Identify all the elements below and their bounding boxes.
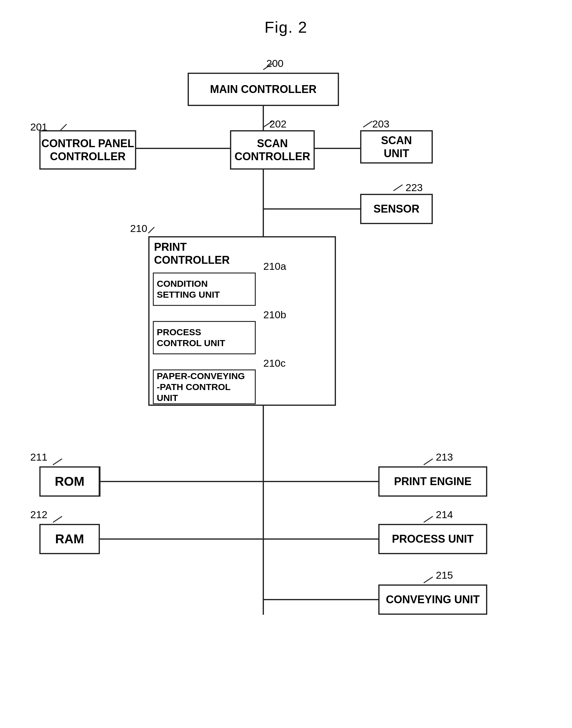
rom-box: ROM	[39, 466, 100, 497]
control-panel-controller-label: CONTROL PANELCONTROLLER	[42, 137, 134, 163]
ref-210b: 210b	[263, 309, 286, 321]
scan-unit-box: SCANUNIT	[360, 130, 433, 163]
ref-214: 214	[436, 509, 453, 521]
control-panel-controller-box: CONTROL PANELCONTROLLER	[39, 130, 136, 170]
sensor-box: SENSOR	[360, 194, 433, 224]
svg-line-49	[424, 459, 433, 465]
ref-212: 212	[30, 509, 48, 521]
scan-controller-box: SCANCONTROLLER	[230, 130, 315, 170]
ref-203: 203	[372, 118, 389, 130]
process-control-unit-label: PROCESSCONTROL UNIT	[157, 327, 225, 348]
svg-line-51	[424, 577, 433, 583]
ref-210c: 210c	[263, 357, 286, 369]
scan-controller-label: SCANCONTROLLER	[234, 137, 310, 163]
paper-conveying-unit-box: PAPER-CONVEYING-PATH CONTROL UNIT	[153, 370, 256, 404]
ref-215: 215	[436, 569, 453, 581]
ref-211: 211	[30, 451, 48, 463]
ref-213: 213	[436, 451, 453, 463]
svg-line-43	[148, 227, 154, 233]
process-control-unit-box: PROCESSCONTROL UNIT	[153, 321, 256, 354]
main-controller-box: MAIN CONTROLLER	[188, 73, 339, 106]
svg-line-39	[61, 124, 67, 130]
print-controller-title: PRINTCONTROLLER	[154, 241, 230, 266]
condition-setting-unit-label: CONDITIONSETTING UNIT	[157, 278, 220, 300]
paper-conveying-unit-label: PAPER-CONVEYING-PATH CONTROL UNIT	[157, 371, 252, 403]
scan-unit-label: SCANUNIT	[381, 134, 412, 160]
ref-210a: 210a	[263, 260, 286, 272]
ref-201: 201	[30, 121, 48, 133]
figure-title: Fig. 2	[265, 18, 307, 36]
ref-200: 200	[266, 58, 284, 69]
svg-line-42	[394, 185, 403, 191]
print-engine-box: PRINT ENGINE	[378, 466, 487, 497]
ref-210: 210	[130, 222, 147, 235]
ref-223: 223	[406, 182, 423, 194]
ref-202: 202	[269, 118, 287, 130]
process-unit-box: PROCESS UNIT	[378, 524, 487, 554]
svg-line-48	[53, 516, 62, 522]
diagram-container: Fig. 2	[0, 0, 572, 728]
ram-box: RAM	[39, 524, 100, 554]
conveying-unit-box: CONVEYING UNIT	[378, 585, 487, 615]
svg-line-50	[424, 516, 433, 522]
condition-setting-unit-box: CONDITIONSETTING UNIT	[153, 273, 256, 306]
svg-line-47	[53, 459, 62, 465]
svg-line-41	[363, 121, 372, 127]
